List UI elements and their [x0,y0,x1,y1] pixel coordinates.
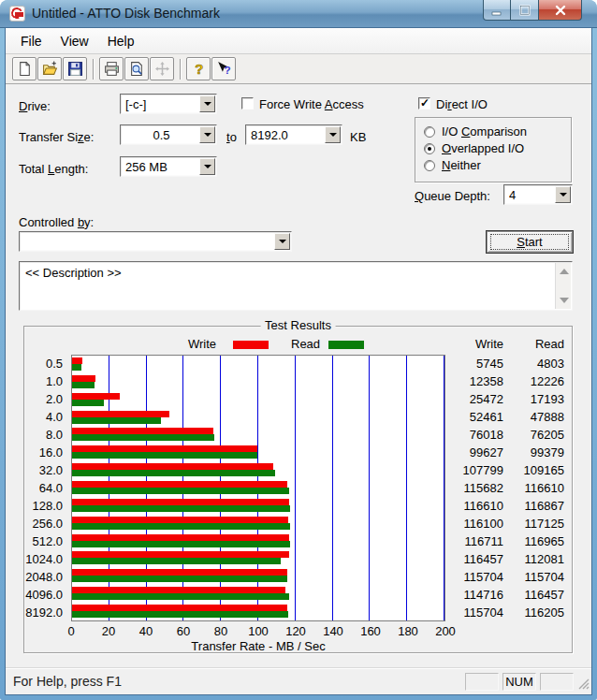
queue-depth-dropdown-button[interactable] [555,186,571,203]
results-table-row: 2547217193 [421,390,571,408]
print-preview-button[interactable] [124,57,149,80]
neither-label: Neither [442,158,481,173]
x-axis-tick-label: 160 [360,625,381,638]
results-table-row: 116457112081 [421,550,571,568]
read-value: 99379 [503,444,564,461]
chart-rows [72,356,444,620]
resize-grip[interactable] [577,678,590,693]
write-bar [72,569,287,576]
controlled-by-dropdown-button[interactable] [274,233,290,250]
direct-io-checkbox[interactable] [418,97,430,109]
chart-row [72,426,444,444]
pan-icon [154,61,170,77]
read-value: 116965 [503,532,564,550]
menu-help[interactable]: Help [98,30,144,52]
write-bar [72,605,287,611]
drive-dropdown-button[interactable] [199,95,215,112]
save-file-button[interactable] [63,57,87,80]
status-pane-num: NUM [502,673,536,691]
print-preview-icon [129,61,145,77]
description-textarea[interactable]: << Description >> [19,261,573,311]
transfer-size-from-combobox[interactable]: 0.5 [120,124,217,145]
new-file-icon [17,61,33,77]
y-axis-label: 4.0 [24,408,67,426]
read-bar [72,611,288,618]
chart-row [72,356,444,373]
io-comparison-radio[interactable] [424,126,435,138]
new-file-button[interactable] [12,57,36,80]
menu-view[interactable]: View [51,30,98,52]
chart-row [72,532,444,550]
y-axis-label: 16.0 [24,444,67,461]
neither-radio[interactable] [424,160,435,171]
write-bar [72,411,169,417]
read-bar [72,434,214,441]
y-axis-label: 2.0 [24,390,67,408]
transfer-size-to-dropdown-button[interactable] [325,126,341,143]
controlled-by-combobox[interactable] [19,231,292,252]
results-table-row: 7601876205 [421,426,571,444]
read-value: 47888 [503,408,564,426]
read-value: 115704 [503,568,564,586]
drive-combobox[interactable]: [-c-] [120,94,217,114]
overlapped-io-radio[interactable] [424,143,435,154]
window-buttons [483,0,582,21]
read-value: 12226 [503,372,564,390]
context-help-button[interactable]: ? [211,57,236,80]
close-button[interactable] [539,0,582,21]
scroll-up-icon[interactable] [560,269,569,274]
write-value: 115704 [421,568,503,586]
legend-read-label: Read [291,337,320,351]
results-table-row: 116100117125 [421,515,571,532]
queue-depth-label: Queue Depth: [415,189,490,204]
force-write-access-checkbox[interactable] [241,97,254,109]
chevron-down-icon [329,133,337,137]
toolbar-separator [93,59,95,80]
atto-tag-icon [15,12,23,17]
write-value: 116711 [421,532,503,550]
open-file-button[interactable] [37,57,62,80]
x-axis-tick-label: 140 [323,625,343,638]
read-bar [72,505,290,512]
pan-button[interactable] [150,57,174,80]
chart-row [72,497,444,515]
read-bar [72,452,257,459]
drive-label: Drive: [19,99,51,114]
results-table-row: 116610116867 [421,497,571,515]
status-pane-cap [465,673,499,691]
x-axis-tick-label: 200 [435,625,456,638]
x-axis-title: Transfer Rate - MB / Sec [71,639,445,653]
read-value: 76205 [503,426,564,444]
svg-text:?: ? [195,62,203,77]
description-scrollbar[interactable] [555,263,571,309]
x-axis-tick-label: 100 [248,625,269,638]
total-length-dropdown-button[interactable] [199,158,215,175]
start-button[interactable]: Start [487,231,573,253]
minimize-button[interactable] [483,0,511,21]
y-axis-label: 2048.0 [24,568,67,586]
toolbar: ? ? [6,54,591,84]
transfer-size-to-value: 8192.0 [251,127,323,143]
help-button[interactable]: ? [186,57,211,80]
results-table-row: 9962799379 [421,444,571,461]
open-file-icon [42,61,58,77]
read-value: 117125 [503,515,564,532]
scroll-down-icon[interactable] [560,298,569,303]
test-results-title: Test Results [260,318,336,332]
write-value: 107799 [421,461,503,479]
description-text: << Description >> [25,266,122,280]
chevron-down-icon [560,193,567,197]
chart-row [72,515,444,532]
transfer-size-from-dropdown-button[interactable] [199,126,215,143]
y-axis-label: 64.0 [24,479,67,497]
overlapped-io-label: Overlapped I/O [442,141,524,156]
results-table-row: 107799109165 [421,461,571,479]
queue-depth-combobox[interactable]: 4 [503,184,573,205]
read-legend-swatch [328,341,364,349]
transfer-size-to-combobox[interactable]: 8192.0 [245,124,342,145]
menu-file[interactable]: File [11,30,51,52]
total-length-combobox[interactable]: 256 MB [120,156,217,177]
read-bar [72,558,281,564]
maximize-button[interactable] [511,0,539,21]
print-button[interactable] [99,57,124,80]
